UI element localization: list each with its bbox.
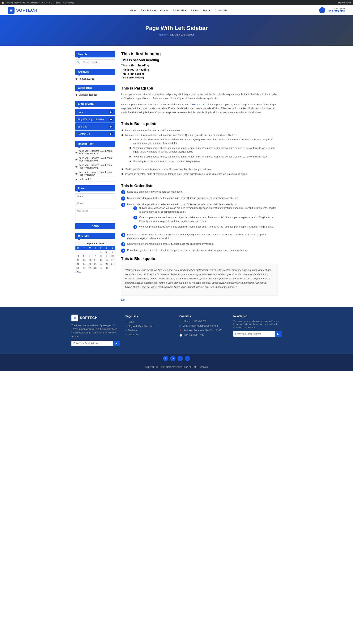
newsletter-submit[interactable]: ▶ [275,331,281,337]
admin-bar-edit[interactable]: ✏ Edit Page [63,2,74,4]
calendar-table: M T W T F S S 123 45678910 1112131415161… [75,246,115,270]
footer-desc: There are many variations of passages of… [72,324,120,338]
nav-course[interactable]: Course [158,8,170,13]
recent-post-item[interactable]: Hello world! [75,177,115,182]
menu-arrow-icon: ▶ [109,110,113,114]
footer-link[interactable]: Site Map [128,329,137,332]
admin-bar-new[interactable]: + New [55,2,61,4]
form-widget: Form SEND [75,185,115,229]
social-facebook[interactable]: f [163,356,168,361]
footer-logo-icon [72,314,78,322]
breadcrumb-home[interactable]: Home [159,33,166,36]
menu-item-home[interactable]: Home ▶ [75,109,115,115]
recent-post-item[interactable]: Keep Your Business Safe Ensure High Avai… [75,163,115,170]
categories-list: Uncategorized (5) [75,93,115,97]
nav-page[interactable]: Page ▾ [189,8,201,13]
footer-email-input[interactable] [72,341,113,346]
footer-link-item: Site Map [126,328,174,332]
order-item: 3 Nam ac nibh id turpis efficitur pellen… [121,202,278,231]
order-num: 4 [121,233,125,237]
recent-post-item[interactable]: Keep Your Business Safe Ensure High Avai… [75,156,115,163]
search-input[interactable] [82,60,115,65]
footer-links-title: Page Link [126,314,174,318]
footer-logo: SOFTECH [72,314,120,322]
archives-widget: Archives August 2023 (5) [75,69,115,81]
newsletter-email-form: ▶ [233,331,282,337]
categories-item[interactable]: Uncategorized (5) [75,93,115,97]
phone-icon: 📞 [179,320,182,323]
edit-link[interactable]: Edit [121,298,278,301]
nav-home[interactable]: Home [128,8,138,13]
social-twitter[interactable]: t [177,356,183,361]
footer-links-list: Home Blog With Right Sidebar Site Map Co… [126,320,174,337]
bullet-title: This is Bullet points [121,122,278,126]
form-email-input[interactable] [75,200,115,206]
social-instagram[interactable]: in [170,356,176,361]
menu-item-sitemap-label: Site Map [78,125,87,128]
content-divider2 [121,118,278,118]
recent-post-item[interactable]: Keep Your Business Safe Ensure High Avai… [75,170,115,177]
menu-item-home-label: Home [78,111,84,114]
content-divider3 [121,180,278,180]
bullet-sub-item: Nulla facilisi. Maecenas lacinia ac nisl… [129,137,278,146]
call-number: 111 222 333 [328,10,345,13]
footer-link[interactable]: Home [128,321,134,323]
call-label: CALL NOW [328,8,345,10]
calendar-prev[interactable]: « Aug [75,270,115,274]
form-message-input[interactable] [75,208,115,221]
footer-newsletter-desc: There are many variations of passages of… [233,320,282,329]
nav-blog[interactable]: Blog ▾ [201,8,212,13]
recent-post-item[interactable]: Keep Your Business Safe Ensure High Avai… [75,149,115,156]
archives-item[interactable]: August 2023 (5) [75,77,115,81]
sub-order-item: 3 Vivamus pretium neque libero, sed dign… [133,225,278,229]
footer-newsletter-title: Newsletter [233,314,282,318]
form-name-input[interactable] [75,193,115,199]
calendar-month: September 2023 [75,241,115,246]
contact-address: 📍 Address : Delanson, New York, 12053 [179,329,228,332]
blockquote-box: "Praesent in augue turpis. Nullam vitae … [121,264,278,295]
order-text: Sed imperdiet venenatis justo a ornare. … [127,242,214,246]
footer-logo-text: SOFTECH [80,316,98,320]
menu-item-blog[interactable]: Blog With Right Sidebar ▶ [75,116,115,122]
menu-item-contact[interactable]: Contact Us ▶ [75,130,115,137]
order-item: 1 Nunc quis ante et enim viverra porttit… [121,190,278,194]
menu-widget: Simple Menu Home ▶ Blog With Right Sideb… [75,101,115,137]
site-header: SOFTECH Home Sample Page Course Shortcod… [0,5,353,15]
nav-shortcode[interactable]: Shortcode ▾ [171,8,188,13]
content-h2: This is second heading [121,58,278,62]
bullet-item: Nam ac nibh id turpis efficitur pellente… [121,133,278,167]
nav-contact[interactable]: Contact Us [213,8,229,13]
footer-link[interactable]: Blog With Right Sidebar [128,325,152,328]
content-divider [121,82,278,82]
menu-item-sitemap[interactable]: Site Map ▶ [75,123,115,130]
contact-hours-text: Mon-Sat 9:00 - 7:00 [184,334,204,336]
sub-order-text: Vivamus pretium neque libero, sed dignis… [139,216,278,223]
bullet-sub-item: Vivamus pretium neque libero, sed dignis… [129,154,278,159]
para2-link[interactable]: Proin arcu nisi [190,103,206,106]
sub-order-text: Vivamus pretium neque libero, sed dignis… [139,225,274,229]
order-num: 5 [121,242,125,246]
admin-bar-customize[interactable]: ✏ Customize [27,2,40,4]
categories-widget: Categories Uncategorized (5) [75,85,115,97]
footer-about: SOFTECH There are many variations of pas… [72,314,120,346]
footer-contact: Contacts 📞 Phone : +123 456 789 ✉ Email … [179,314,228,346]
newsletter-email-input[interactable] [233,331,275,337]
categories-widget-title: Categories [75,85,115,91]
order-text: Nulla facilisi. Maecenas lacinia ac nisl… [127,233,278,240]
email-icon: ✉ [179,325,181,328]
footer-link-item: Blog With Right Sidebar [126,324,174,328]
content-h3: This is third heading [121,64,278,67]
site-footer: SOFTECH There are many variations of pas… [0,307,353,354]
order-item: 4 Nulla facilisi. Maecenas lacinia ac ni… [121,233,278,240]
logo-text: SOFTECH [16,8,38,13]
nav-sample[interactable]: Sample Page [139,8,158,13]
footer-link[interactable]: Contact Us [128,333,139,336]
contact-phone-text: Phone : +123 456 789 [184,320,206,322]
social-pinterest[interactable]: p [185,356,190,361]
svg-point-1 [10,10,12,11]
svg-point-3 [74,318,76,318]
search-icon[interactable]: 🔍 [76,60,82,65]
cal-header-s2: S [110,246,115,250]
footer-email-submit[interactable]: ▶ [113,341,120,346]
form-send-button[interactable]: SEND [75,223,115,229]
